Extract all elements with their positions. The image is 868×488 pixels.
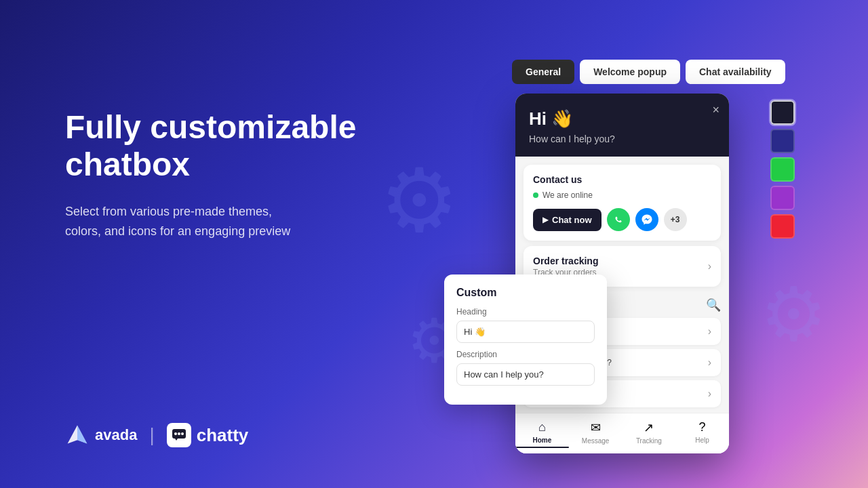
tab-bar: General Welcome popup Chat availability xyxy=(512,60,785,84)
help-icon: ? xyxy=(699,420,706,434)
swatch-dark-blue[interactable] xyxy=(770,129,795,153)
bottom-nav: ⌂ Home ✉ Message ↗ Tracking ? Help xyxy=(515,413,729,453)
swatch-red[interactable] xyxy=(770,214,795,239)
chat-now-label: Chat now xyxy=(552,215,592,225)
message-icon: ✉ xyxy=(591,420,601,435)
order-title: Order tracking xyxy=(533,256,598,266)
svg-marker-1 xyxy=(77,426,87,444)
logo-area: avada | chatty xyxy=(65,423,248,447)
nav-message[interactable]: ✉ Message xyxy=(569,413,623,453)
messenger-button[interactable] xyxy=(635,208,658,231)
chat-greeting: Hi 👋 xyxy=(529,108,715,129)
tracking-icon: ↗ xyxy=(644,420,654,435)
contact-section: Contact us We are online ▶ Chat now xyxy=(524,165,721,241)
chatty-logo-icon xyxy=(167,423,191,447)
chevron-right-icon: › xyxy=(708,260,711,272)
play-icon: ▶ xyxy=(542,216,548,224)
hero-section: Fully customizable chatbox Select from v… xyxy=(65,108,356,241)
svg-point-3 xyxy=(174,432,177,435)
faq-arrow-3: › xyxy=(708,388,711,400)
close-button[interactable]: × xyxy=(712,103,719,117)
svg-marker-6 xyxy=(175,439,178,441)
contact-title: Contact us xyxy=(533,174,711,185)
faq-arrow-1: › xyxy=(708,325,711,338)
online-status: We are online xyxy=(533,190,711,200)
avada-logo-icon xyxy=(65,423,90,447)
avada-label: avada xyxy=(95,426,137,444)
swatch-purple[interactable] xyxy=(770,186,795,210)
swatch-green[interactable] xyxy=(770,157,795,182)
chatty-logo: chatty xyxy=(167,423,249,447)
heading-input[interactable] xyxy=(456,321,595,343)
tab-general[interactable]: General xyxy=(512,60,574,84)
svg-point-5 xyxy=(181,432,184,435)
online-indicator xyxy=(533,192,538,198)
color-swatches xyxy=(770,100,795,239)
chat-actions: ▶ Chat now +3 xyxy=(533,208,711,231)
logo-divider: | xyxy=(149,424,154,446)
heading-label: Heading xyxy=(456,307,595,317)
hero-description: Select from various pre-made themes,colo… xyxy=(65,202,356,241)
nav-message-label: Message xyxy=(582,437,610,445)
custom-panel: Custom Heading Description xyxy=(444,274,607,405)
nav-home[interactable]: ⌂ Home xyxy=(515,413,569,453)
whatsapp-button[interactable] xyxy=(607,208,630,231)
faq-arrow-2: › xyxy=(708,357,711,369)
nav-tracking[interactable]: ↗ Tracking xyxy=(623,413,676,453)
nav-help[interactable]: ? Help xyxy=(675,413,729,453)
online-text: We are online xyxy=(542,190,593,200)
custom-panel-title: Custom xyxy=(456,287,595,299)
swatch-dark[interactable] xyxy=(770,100,795,125)
tab-welcome-popup[interactable]: Welcome popup xyxy=(580,60,680,84)
nav-home-label: Home xyxy=(532,436,551,444)
description-input[interactable] xyxy=(456,363,595,386)
chatty-label: chatty xyxy=(197,425,249,446)
nav-active-indicator xyxy=(515,447,569,448)
nav-help-label: Help xyxy=(695,436,709,444)
svg-point-4 xyxy=(178,432,180,435)
chat-header: × Hi 👋 How can I help you? xyxy=(515,94,729,157)
gear-decoration-3: ⚙ xyxy=(760,271,827,358)
avada-logo: avada xyxy=(65,423,137,447)
more-channels-badge[interactable]: +3 xyxy=(664,208,687,231)
chat-now-button[interactable]: ▶ Chat now xyxy=(533,209,601,231)
description-label: Description xyxy=(456,350,595,359)
home-icon: ⌂ xyxy=(538,420,546,434)
main-heading: Fully customizable chatbox xyxy=(65,108,356,183)
search-button[interactable]: 🔍 xyxy=(706,298,721,312)
gear-decoration-1: ⚙ xyxy=(380,149,459,252)
chat-subtitle: How can I help you? xyxy=(529,134,715,144)
tab-chat-availability[interactable]: Chat availability xyxy=(686,60,785,84)
nav-tracking-label: Tracking xyxy=(636,437,662,445)
